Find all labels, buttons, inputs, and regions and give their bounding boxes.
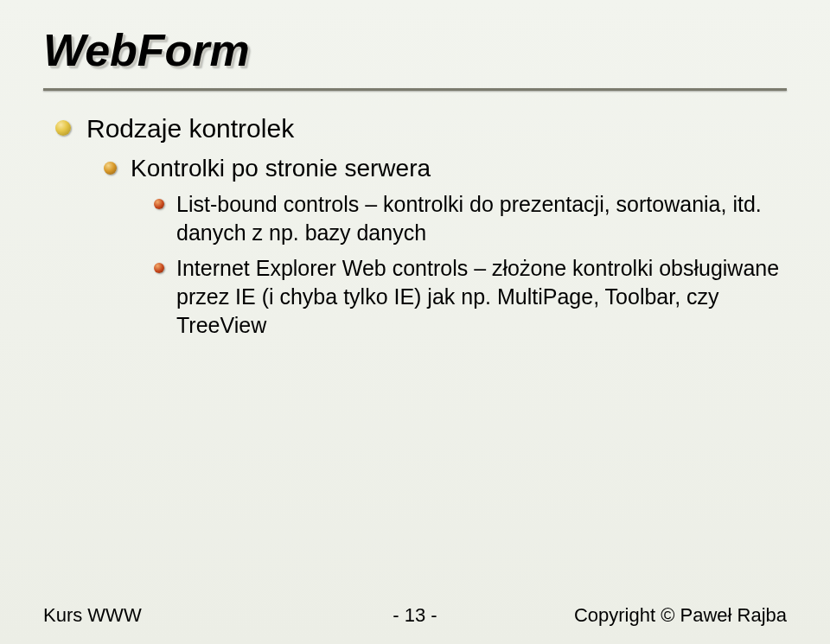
- slide-footer: Kurs WWW - 13 - Copyright © Paweł Rajba: [0, 604, 830, 627]
- bullet-level3: List-bound controls – kontrolki do preze…: [154, 190, 787, 247]
- footer-left: Kurs WWW: [43, 604, 393, 627]
- bullet-dot-icon: [104, 162, 117, 175]
- slide-content: Rodzaje kontrolek Kontrolki po stronie s…: [43, 112, 787, 340]
- slide-title: WebForm: [43, 24, 787, 76]
- bullet-level1: Rodzaje kontrolek: [55, 112, 787, 146]
- bullet-dot-icon: [154, 263, 164, 273]
- bullet-level3-text: Internet Explorer Web controls – złożone…: [176, 254, 787, 340]
- bullet-level3: Internet Explorer Web controls – złożone…: [154, 254, 787, 340]
- bullet-dot-icon: [55, 120, 71, 136]
- title-divider: [43, 88, 787, 91]
- bullet-level1-text: Rodzaje kontrolek: [86, 112, 787, 146]
- bullet-level2-text: Kontrolki po stronie serwera: [131, 153, 787, 185]
- footer-page-number: - 13 -: [393, 604, 437, 627]
- bullet-dot-icon: [154, 199, 164, 209]
- bullet-level2: Kontrolki po stronie serwera: [104, 153, 787, 185]
- slide: WebForm Rodzaje kontrolek Kontrolki po s…: [0, 0, 830, 644]
- footer-copyright: Copyright © Paweł Rajba: [437, 604, 787, 627]
- bullet-level3-text: List-bound controls – kontrolki do preze…: [176, 190, 787, 247]
